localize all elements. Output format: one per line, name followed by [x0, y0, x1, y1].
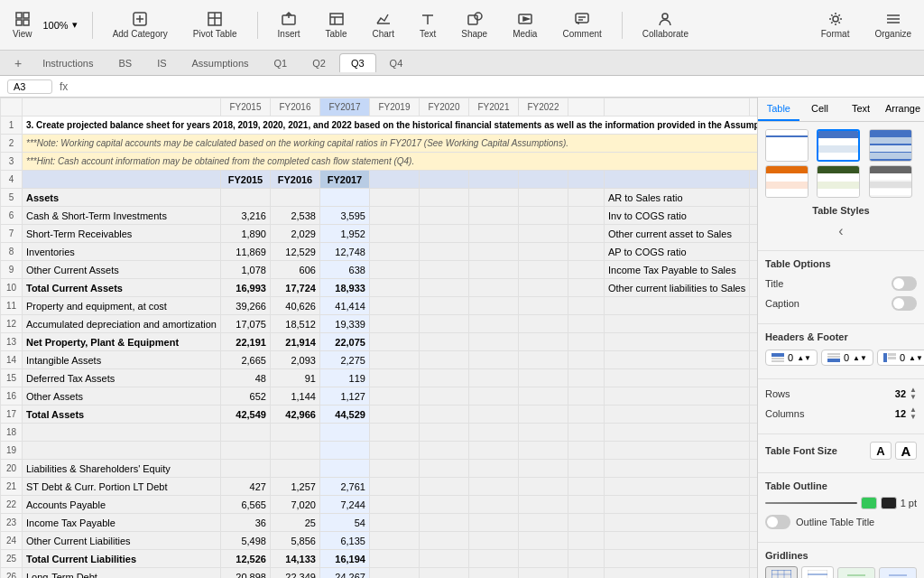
tab-q1[interactable]: Q1 [263, 53, 300, 72]
tab-instructions[interactable]: Instructions [31, 53, 105, 72]
cell[interactable]: Inv to COGS ratio [604, 207, 749, 225]
cell[interactable] [750, 171, 757, 189]
cell[interactable] [750, 550, 757, 568]
cell[interactable] [750, 279, 757, 297]
cell[interactable] [568, 297, 604, 315]
cell[interactable] [419, 496, 468, 514]
cell[interactable] [270, 442, 319, 460]
cell[interactable]: AR to Sales ratio [604, 189, 749, 207]
table-button[interactable]: Table [320, 7, 353, 42]
cell[interactable] [468, 424, 518, 442]
cell[interactable] [468, 406, 518, 424]
cell[interactable] [468, 532, 518, 550]
cell[interactable] [468, 460, 518, 478]
cell[interactable]: 17,724 [270, 279, 319, 297]
cell[interactable] [750, 225, 757, 243]
cell[interactable] [419, 532, 468, 550]
cell[interactable] [604, 406, 749, 424]
cell[interactable] [369, 424, 419, 442]
cell[interactable]: 16,993 [220, 279, 270, 297]
cell[interactable]: 1,078 [220, 261, 270, 279]
cell[interactable] [518, 207, 568, 225]
cell[interactable] [468, 207, 518, 225]
cell[interactable]: Accounts Payable [23, 496, 221, 514]
cell[interactable]: Liabilities & Shareholders' Equity [23, 460, 221, 478]
cell[interactable] [468, 442, 518, 460]
cell[interactable] [468, 369, 518, 387]
cell[interactable]: Other current asset to Sales [604, 225, 749, 243]
cell[interactable]: 12,748 [319, 243, 369, 261]
gridlines-all-button[interactable] [765, 566, 798, 578]
cell[interactable] [518, 279, 568, 297]
text-button[interactable]: Text [414, 7, 441, 42]
cell[interactable]: 19,339 [319, 315, 369, 333]
cell[interactable] [568, 315, 604, 333]
cell[interactable] [750, 333, 757, 351]
cell[interactable]: 36 [220, 514, 270, 532]
cell[interactable]: 91 [270, 369, 319, 387]
cell[interactable]: ST Debt & Curr. Portion LT Debt [23, 478, 221, 496]
col-header-k[interactable] [750, 98, 757, 117]
cell[interactable] [750, 351, 757, 369]
add-sheet-button[interactable]: + [7, 52, 29, 74]
cell[interactable] [568, 460, 604, 478]
cell[interactable] [270, 424, 319, 442]
cell[interactable] [518, 333, 568, 351]
col-header-i[interactable] [568, 98, 604, 117]
cell[interactable] [568, 279, 604, 297]
cell[interactable]: 6,135 [319, 532, 369, 550]
cell[interactable] [369, 496, 419, 514]
cell[interactable] [419, 333, 468, 351]
cell[interactable] [604, 297, 749, 315]
cell[interactable]: 1,890 [220, 225, 270, 243]
cell[interactable] [604, 496, 749, 514]
cell[interactable]: 1,257 [270, 478, 319, 496]
cell[interactable]: 606 [270, 261, 319, 279]
cell[interactable] [369, 442, 419, 460]
cell[interactable] [518, 460, 568, 478]
cell[interactable]: 2,093 [270, 351, 319, 369]
tab-is[interactable]: IS [145, 53, 178, 72]
cell[interactable] [568, 496, 604, 514]
gridlines-color2[interactable] [879, 567, 917, 578]
cell[interactable] [369, 478, 419, 496]
cell[interactable] [419, 207, 468, 225]
pivot-table-button[interactable]: Pivot Table [188, 7, 243, 42]
cell[interactable] [604, 315, 749, 333]
cell[interactable] [518, 496, 568, 514]
cell[interactable] [568, 424, 604, 442]
panel-scroll-left[interactable]: ‹ [765, 219, 917, 243]
cell[interactable]: 42,966 [270, 406, 319, 424]
cell[interactable] [369, 351, 419, 369]
cell[interactable] [568, 442, 604, 460]
cell[interactable] [604, 351, 749, 369]
cell[interactable] [319, 424, 369, 442]
cell[interactable] [604, 369, 749, 387]
cell[interactable]: Income Tax Payable to Sales [604, 261, 749, 279]
cell[interactable] [604, 532, 749, 550]
cell[interactable] [568, 333, 604, 351]
cell[interactable] [468, 297, 518, 315]
cell[interactable] [419, 225, 468, 243]
cell[interactable] [369, 297, 419, 315]
cell[interactable]: 21,914 [270, 333, 319, 351]
cell[interactable]: 2,538 [270, 207, 319, 225]
cell[interactable] [319, 460, 369, 478]
cell[interactable]: 54 [319, 514, 369, 532]
columns-stepper-arrows[interactable]: ▲ ▼ [910, 406, 917, 421]
cell[interactable] [369, 189, 419, 207]
cell[interactable] [518, 369, 568, 387]
cell[interactable]: 18,512 [270, 315, 319, 333]
collaborate-button[interactable]: Collaborate [637, 7, 694, 42]
cell[interactable] [369, 369, 419, 387]
cell[interactable] [568, 261, 604, 279]
cell[interactable] [419, 297, 468, 315]
cell[interactable]: 24,267 [319, 568, 369, 579]
cell[interactable] [750, 243, 757, 261]
cell[interactable] [750, 387, 757, 406]
cell[interactable] [750, 315, 757, 333]
style-thumb-blue2[interactable] [869, 129, 912, 162]
view-button[interactable]: View [7, 7, 38, 42]
cell[interactable] [419, 406, 468, 424]
cell[interactable]: 16,194 [319, 550, 369, 568]
